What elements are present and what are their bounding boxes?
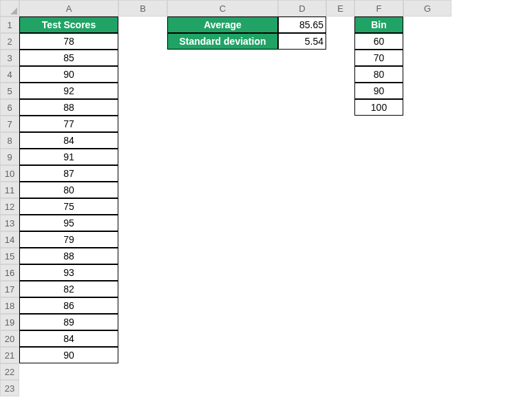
cell-C10[interactable] (167, 165, 278, 182)
cell-G3[interactable] (403, 50, 451, 66)
cell-E7[interactable] (326, 116, 354, 132)
cell-G14[interactable] (403, 231, 451, 248)
cell-F19[interactable] (354, 314, 403, 330)
cell-B2[interactable] (118, 33, 167, 50)
cell-D5[interactable] (278, 83, 326, 99)
row-header-18[interactable]: 18 (0, 297, 19, 314)
cell-C22[interactable] (167, 363, 278, 380)
cell-G2[interactable] (403, 33, 451, 50)
cell-B23[interactable] (118, 380, 167, 396)
cell-G7[interactable] (403, 116, 451, 132)
cell-B4[interactable] (118, 66, 167, 83)
cell-A15[interactable]: 88 (19, 248, 118, 264)
cell-C18[interactable] (167, 297, 278, 314)
cell-A14[interactable]: 79 (19, 231, 118, 248)
cell-E12[interactable] (326, 198, 354, 215)
cell-G16[interactable] (403, 264, 451, 281)
cell-A6[interactable]: 88 (19, 99, 118, 116)
cell-B16[interactable] (118, 264, 167, 281)
cell-F10[interactable] (354, 165, 403, 182)
cell-E15[interactable] (326, 248, 354, 264)
col-header-A[interactable]: A (19, 0, 118, 17)
cell-F13[interactable] (354, 215, 403, 231)
cell-A11[interactable]: 80 (19, 182, 118, 198)
cell-C11[interactable] (167, 182, 278, 198)
cell-G10[interactable] (403, 165, 451, 182)
cell-B3[interactable] (118, 50, 167, 66)
cell-B6[interactable] (118, 99, 167, 116)
cell-D8[interactable] (278, 132, 326, 149)
cell-F9[interactable] (354, 149, 403, 165)
cell-D7[interactable] (278, 116, 326, 132)
cell-A1[interactable]: Test Scores (19, 17, 118, 33)
cell-E2[interactable] (326, 33, 354, 50)
cell-E16[interactable] (326, 264, 354, 281)
cell-A20[interactable]: 84 (19, 330, 118, 347)
cell-D9[interactable] (278, 149, 326, 165)
cell-G13[interactable] (403, 215, 451, 231)
cell-E9[interactable] (326, 149, 354, 165)
cell-D21[interactable] (278, 347, 326, 363)
cell-G4[interactable] (403, 66, 451, 83)
cell-C17[interactable] (167, 281, 278, 297)
cell-F2[interactable]: 60 (354, 33, 403, 50)
cell-C2[interactable]: Standard deviation (167, 33, 278, 50)
cell-A19[interactable]: 89 (19, 314, 118, 330)
cell-A21[interactable]: 90 (19, 347, 118, 363)
cell-C7[interactable] (167, 116, 278, 132)
cell-E23[interactable] (326, 380, 354, 396)
cell-G18[interactable] (403, 297, 451, 314)
cell-A22[interactable] (19, 363, 118, 380)
cell-C15[interactable] (167, 248, 278, 264)
cell-E8[interactable] (326, 132, 354, 149)
cell-C19[interactable] (167, 314, 278, 330)
cell-G12[interactable] (403, 198, 451, 215)
cell-A7[interactable]: 77 (19, 116, 118, 132)
cell-E22[interactable] (326, 363, 354, 380)
cell-F1[interactable]: Bin (354, 17, 403, 33)
cell-F20[interactable] (354, 330, 403, 347)
row-header-15[interactable]: 15 (0, 248, 19, 264)
cell-D1[interactable]: 85.65 (278, 17, 326, 33)
cell-A16[interactable]: 93 (19, 264, 118, 281)
cell-C16[interactable] (167, 264, 278, 281)
cell-C4[interactable] (167, 66, 278, 83)
select-all-corner[interactable] (0, 0, 19, 17)
cell-B17[interactable] (118, 281, 167, 297)
cell-A23[interactable] (19, 380, 118, 396)
cell-E20[interactable] (326, 330, 354, 347)
cell-B15[interactable] (118, 248, 167, 264)
cell-C3[interactable] (167, 50, 278, 66)
cell-B8[interactable] (118, 132, 167, 149)
cell-G9[interactable] (403, 149, 451, 165)
row-header-12[interactable]: 12 (0, 198, 19, 215)
cell-F21[interactable] (354, 347, 403, 363)
cell-B10[interactable] (118, 165, 167, 182)
cell-A12[interactable]: 75 (19, 198, 118, 215)
row-header-6[interactable]: 6 (0, 99, 19, 116)
cell-D22[interactable] (278, 363, 326, 380)
cell-D18[interactable] (278, 297, 326, 314)
cell-F23[interactable] (354, 380, 403, 396)
cell-F14[interactable] (354, 231, 403, 248)
cell-C1[interactable]: Average (167, 17, 278, 33)
cell-F17[interactable] (354, 281, 403, 297)
cell-E3[interactable] (326, 50, 354, 66)
row-header-16[interactable]: 16 (0, 264, 19, 281)
cell-G23[interactable] (403, 380, 451, 396)
row-header-13[interactable]: 13 (0, 215, 19, 231)
row-header-4[interactable]: 4 (0, 66, 19, 83)
cell-F16[interactable] (354, 264, 403, 281)
cell-B19[interactable] (118, 314, 167, 330)
row-header-11[interactable]: 11 (0, 182, 19, 198)
cell-E1[interactable] (326, 17, 354, 33)
row-header-3[interactable]: 3 (0, 50, 19, 66)
cell-D20[interactable] (278, 330, 326, 347)
cell-G20[interactable] (403, 330, 451, 347)
cell-B22[interactable] (118, 363, 167, 380)
cell-A5[interactable]: 92 (19, 83, 118, 99)
cell-C12[interactable] (167, 198, 278, 215)
row-header-7[interactable]: 7 (0, 116, 19, 132)
cell-C13[interactable] (167, 215, 278, 231)
cell-G22[interactable] (403, 363, 451, 380)
